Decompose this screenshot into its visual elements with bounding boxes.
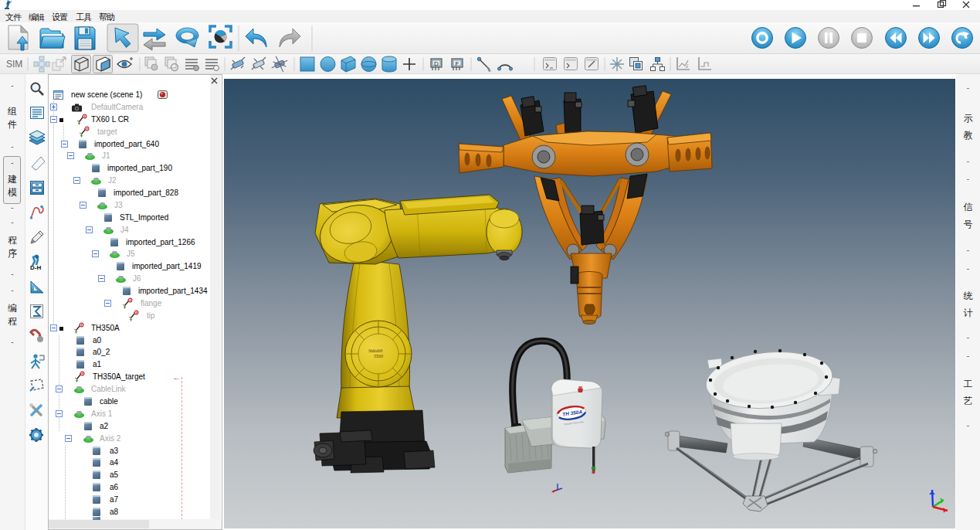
svg-text:Stäubli: Stäubli: [368, 348, 383, 353]
svg-text:F: F: [456, 60, 459, 67]
svg-text:D-H: D-H: [30, 264, 41, 271]
svg-text:TX60: TX60: [374, 354, 383, 358]
svg-text:SIM: SIM: [6, 59, 22, 70]
svg-text:D: D: [434, 60, 439, 67]
